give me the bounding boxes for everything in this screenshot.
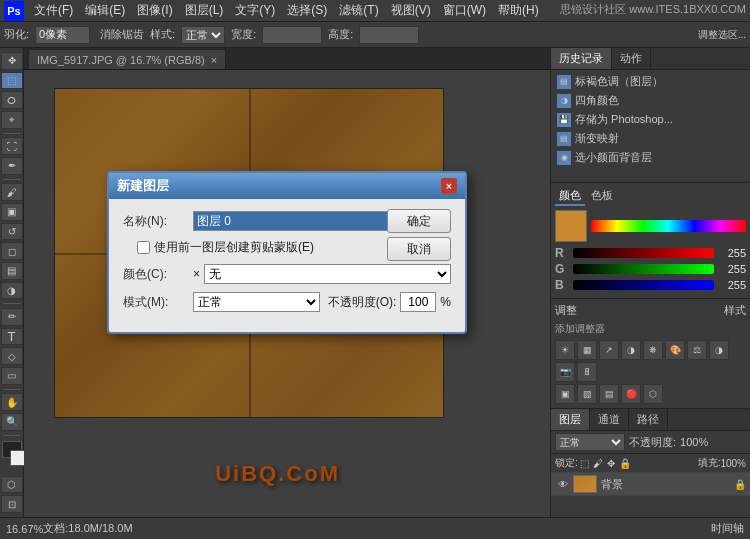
layer-eye[interactable]: 👁 bbox=[555, 476, 571, 492]
adj-gradient[interactable]: ▤ bbox=[599, 384, 619, 404]
menu-bar: Ps 文件(F) 编辑(E) 图像(I) 图层(L) 文字(Y) 选择(S) 滤… bbox=[0, 0, 750, 22]
layer-item-background[interactable]: 👁 背景 🔒 bbox=[551, 473, 750, 496]
history-item-3[interactable]: ▤ 渐变映射 bbox=[551, 129, 750, 148]
tab-layers[interactable]: 图层 bbox=[551, 409, 590, 430]
eraser-tool[interactable]: ◻ bbox=[1, 242, 23, 260]
path-tool[interactable]: ◇ bbox=[1, 347, 23, 365]
adj-colorbalance[interactable]: ⚖ bbox=[687, 340, 707, 360]
menu-item-filter[interactable]: 滤镜(T) bbox=[333, 0, 384, 21]
color-spectrum[interactable] bbox=[591, 220, 746, 232]
mask-mode[interactable]: ⬡ bbox=[1, 476, 23, 494]
adj-posterize[interactable]: ▣ bbox=[555, 384, 575, 404]
wand-tool[interactable]: ⌖ bbox=[1, 111, 23, 129]
adj-hsl[interactable]: 🎨 bbox=[665, 340, 685, 360]
stamp-tool[interactable]: ▣ bbox=[1, 203, 23, 221]
crop-tool[interactable]: ⛶ bbox=[1, 137, 23, 155]
lock-all[interactable]: 🔒 bbox=[619, 458, 631, 469]
red-slider[interactable] bbox=[573, 248, 714, 258]
tab-actions[interactable]: 动作 bbox=[612, 48, 651, 69]
marquee-tool[interactable]: ⬚ bbox=[1, 72, 23, 90]
adj-invert[interactable]: ⬡ bbox=[643, 384, 663, 404]
lasso-tool[interactable]: ⵔ bbox=[1, 91, 23, 109]
color-swatch[interactable] bbox=[555, 210, 587, 242]
red-label: R bbox=[555, 246, 569, 260]
mode-label: 模式(M): bbox=[123, 294, 193, 311]
adj-selectivecolor[interactable]: 🔴 bbox=[621, 384, 641, 404]
timeline-label[interactable]: 时间轴 bbox=[711, 521, 744, 536]
cancel-button[interactable]: 取消 bbox=[387, 237, 451, 261]
opacity-value: 100% bbox=[680, 436, 708, 448]
layers-lock-row: 锁定: ⬚ 🖌 ✥ 🔒 填充: 100% bbox=[551, 454, 750, 473]
adjustments-title: 调整 样式 bbox=[555, 303, 746, 318]
opacity-dialog-input[interactable] bbox=[400, 292, 436, 312]
eyedropper-tool[interactable]: ✒ bbox=[1, 157, 23, 175]
hand-tool[interactable]: ✋ bbox=[1, 393, 23, 411]
swatches-tab[interactable]: 色板 bbox=[587, 187, 617, 206]
menu-item-text[interactable]: 文字(Y) bbox=[229, 0, 281, 21]
adj-photo[interactable]: 📷 bbox=[555, 362, 575, 382]
history-item-2[interactable]: 💾 存储为 Photoshop... bbox=[551, 110, 750, 129]
zoom-tool[interactable]: 🔍 bbox=[1, 413, 23, 431]
green-slider[interactable] bbox=[573, 264, 714, 274]
color-swatch-area bbox=[555, 210, 746, 242]
adj-threshold[interactable]: ▧ bbox=[577, 384, 597, 404]
adj-exposure[interactable]: ◑ bbox=[621, 340, 641, 360]
lock-transparent[interactable]: ⬚ bbox=[580, 458, 589, 469]
move-tool[interactable]: ✥ bbox=[1, 52, 23, 70]
dodge-tool[interactable]: ◑ bbox=[1, 282, 23, 300]
dialog-close-button[interactable]: × bbox=[441, 178, 457, 194]
history-icon-1: ◑ bbox=[557, 94, 571, 108]
ok-button[interactable]: 确定 bbox=[387, 209, 451, 233]
blend-mode-select[interactable]: 正常 bbox=[555, 433, 625, 451]
color-select[interactable]: 无 bbox=[204, 264, 451, 284]
tab-history[interactable]: 历史记录 bbox=[551, 48, 612, 69]
brush-tool[interactable]: 🖌 bbox=[1, 183, 23, 201]
color-label: 颜色(C): bbox=[123, 266, 193, 283]
history-item-1[interactable]: ◑ 四角颜色 bbox=[551, 91, 750, 110]
adj-bw[interactable]: ◑ bbox=[709, 340, 729, 360]
layers-tabs: 图层 通道 路径 bbox=[551, 409, 750, 431]
height-input[interactable] bbox=[359, 26, 419, 44]
gradient-tool[interactable]: ▤ bbox=[1, 262, 23, 280]
lock-paint[interactable]: 🖌 bbox=[593, 458, 603, 469]
history-item-4[interactable]: ◉ 选小颜面背音层 bbox=[551, 148, 750, 167]
watermark-top: 思锐设计社区 www.ITES.1BXX0.COM bbox=[556, 0, 750, 19]
adj-levels[interactable]: ▦ bbox=[577, 340, 597, 360]
width-input[interactable] bbox=[262, 26, 322, 44]
adj-brightness[interactable]: ☀ bbox=[555, 340, 575, 360]
lock-move[interactable]: ✥ bbox=[607, 458, 615, 469]
adj-vibrance[interactable]: ❋ bbox=[643, 340, 663, 360]
menu-item-window[interactable]: 窗口(W) bbox=[437, 0, 492, 21]
color-row: 颜色(C): × 无 bbox=[123, 264, 451, 284]
separator-4 bbox=[3, 389, 21, 390]
history-brush-tool[interactable]: ↺ bbox=[1, 223, 23, 241]
width-label: 宽度: bbox=[231, 27, 256, 42]
shape-tool[interactable]: ▭ bbox=[1, 367, 23, 385]
color-tab[interactable]: 颜色 bbox=[555, 187, 585, 206]
blue-slider[interactable] bbox=[573, 280, 714, 290]
tab-channels[interactable]: 通道 bbox=[590, 409, 629, 430]
pen-tool[interactable]: ✏ bbox=[1, 308, 23, 326]
blue-value: 255 bbox=[718, 279, 746, 291]
adj-curves[interactable]: ↗ bbox=[599, 340, 619, 360]
screen-mode[interactable]: ⊡ bbox=[1, 495, 23, 513]
history-icon-4: ◉ bbox=[557, 151, 571, 165]
clip-checkbox[interactable] bbox=[137, 241, 150, 254]
menu-item-image[interactable]: 图像(I) bbox=[131, 0, 178, 21]
menu-item-view[interactable]: 视图(V) bbox=[385, 0, 437, 21]
menu-item-help[interactable]: 帮助(H) bbox=[492, 0, 545, 21]
menu-item-select[interactable]: 选择(S) bbox=[281, 0, 333, 21]
menu-item-edit[interactable]: 编辑(E) bbox=[79, 0, 131, 21]
mode-select[interactable]: 正常 bbox=[193, 292, 320, 312]
add-adjustment-label: 添加调整器 bbox=[555, 322, 746, 336]
adj-mixer[interactable]: 🎚 bbox=[577, 362, 597, 382]
style-select[interactable]: 正常 bbox=[181, 26, 225, 44]
history-item-0[interactable]: ▤ 标褐色调（图层） bbox=[551, 72, 750, 91]
menu-item-layer[interactable]: 图层(L) bbox=[179, 0, 230, 21]
opacity-label: 不透明度: bbox=[629, 435, 676, 450]
menu-item-file[interactable]: 文件(F) bbox=[28, 0, 79, 21]
feather-input[interactable] bbox=[35, 26, 90, 44]
text-tool[interactable]: T bbox=[1, 328, 23, 346]
tab-paths[interactable]: 路径 bbox=[629, 409, 668, 430]
options-bar: 羽化: 消除锯齿 样式: 正常 宽度: 高度: 调整选区... bbox=[0, 22, 750, 48]
